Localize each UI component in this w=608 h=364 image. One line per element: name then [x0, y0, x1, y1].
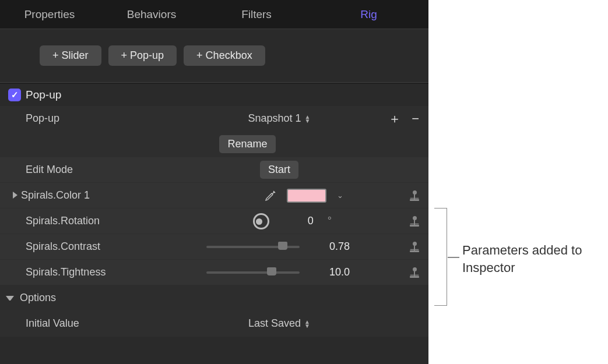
- rotation-param-row: Spirals.Rotation 0 °: [0, 208, 428, 234]
- rotation-value[interactable]: 0: [281, 215, 316, 227]
- contrast-value[interactable]: 0.78: [317, 241, 352, 253]
- initial-value-label: Initial Value: [9, 317, 192, 330]
- rotation-dial[interactable]: [253, 213, 269, 229]
- rig-toolbar: + Slider + Pop-up + Checkbox: [0, 29, 428, 82]
- keyframe-icon[interactable]: [410, 242, 419, 252]
- rename-button[interactable]: Rename: [219, 135, 275, 153]
- keyframe-icon[interactable]: [410, 267, 419, 278]
- color-param-row: Spirals.Color 1 ⌄: [0, 183, 428, 208]
- add-slider-button[interactable]: + Slider: [40, 45, 101, 66]
- tab-bar: Properties Behaviors Filters Rig: [0, 0, 428, 29]
- rename-row: Rename: [0, 132, 428, 157]
- edit-mode-row: Edit Mode Start: [0, 157, 428, 183]
- options-label: Options: [17, 292, 419, 304]
- options-header-row: Options: [0, 285, 428, 311]
- popup-section-header: ✓ Pop-up: [0, 84, 428, 106]
- stepper-icon: ▲▼: [304, 320, 310, 328]
- snapshot-select[interactable]: Snapshot 1 ▲▼: [248, 112, 311, 125]
- popup-param-label: Pop-up: [9, 112, 192, 125]
- tab-behaviors[interactable]: Behaviors: [99, 0, 204, 29]
- param-label-tightness: Spirals.Tightness: [9, 266, 192, 278]
- keyframe-icon[interactable]: [410, 190, 419, 201]
- annotation-area: Parameters added to Inspector: [428, 0, 608, 364]
- stepper-icon: ▲▼: [305, 115, 311, 123]
- param-label-rotation: Spirals.Rotation: [9, 215, 192, 227]
- chevron-down-icon[interactable]: ⌄: [337, 191, 343, 200]
- add-checkbox-button[interactable]: + Checkbox: [184, 45, 265, 66]
- contrast-param-row: Spirals.Contrast 0.78: [0, 234, 428, 260]
- add-popup-button[interactable]: + Pop-up: [108, 45, 177, 66]
- tab-filters[interactable]: Filters: [204, 0, 309, 29]
- popup-enable-checkbox[interactable]: ✓: [8, 89, 21, 101]
- chevron-down-icon[interactable]: [6, 296, 14, 301]
- popup-row: Pop-up Snapshot 1 ▲▼ ＋ −: [0, 106, 428, 132]
- callout-text: Parameters added to Inspector: [462, 242, 608, 276]
- inspector-panel: Properties Behaviors Filters Rig + Slide…: [0, 0, 428, 364]
- add-snapshot-button[interactable]: ＋: [388, 110, 401, 128]
- initial-value-select[interactable]: Last Saved ▲▼: [248, 317, 310, 330]
- color-swatch[interactable]: [287, 189, 326, 203]
- contrast-slider[interactable]: [206, 246, 300, 248]
- tightness-param-row: Spirals.Tightness 10.0: [0, 260, 428, 285]
- param-label-contrast: Spirals.Contrast: [9, 241, 192, 253]
- popup-section-label: Pop-up: [26, 89, 61, 101]
- initial-value-row: Initial Value Last Saved ▲▼: [0, 311, 428, 337]
- tab-properties[interactable]: Properties: [0, 0, 99, 29]
- degree-unit: °: [328, 215, 332, 227]
- tightness-value[interactable]: 10.0: [317, 266, 352, 278]
- param-label-color: Spirals.Color 1: [17, 189, 192, 202]
- edit-mode-label: Edit Mode: [9, 164, 192, 176]
- eyedropper-icon[interactable]: [263, 189, 276, 202]
- tab-rig[interactable]: Rig: [309, 0, 428, 29]
- remove-snapshot-button[interactable]: −: [412, 111, 419, 126]
- start-button[interactable]: Start: [260, 161, 298, 179]
- tightness-slider[interactable]: [206, 271, 300, 274]
- keyframe-icon[interactable]: [410, 216, 419, 227]
- callout-bracket: [434, 208, 447, 306]
